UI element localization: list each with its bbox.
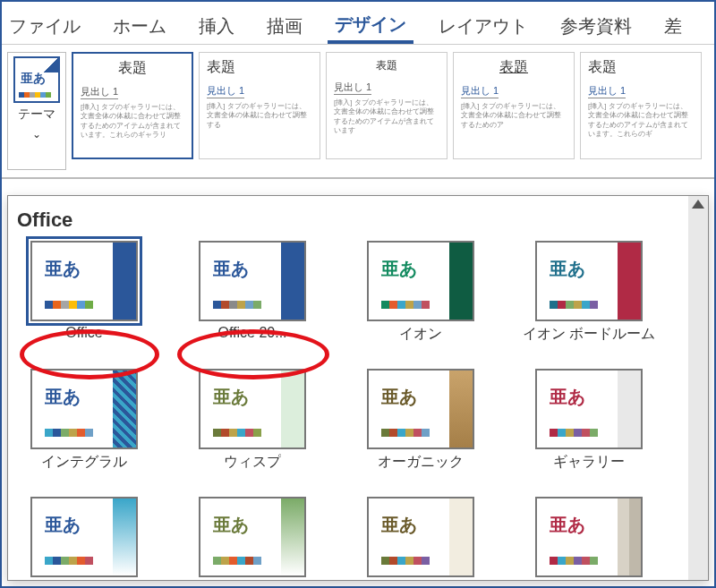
theme-palette [381,301,430,309]
theme-palette [213,429,261,437]
theme-sample-text: 亜あ [550,513,585,537]
tab-home[interactable]: ホーム [106,11,174,42]
doc-style-preview-5[interactable]: 表題 見出し 1 [挿入] タブのギャラリーには、文書全体の体裁に合わせて調整す… [580,52,702,159]
theme-palette [381,429,430,437]
theme-palette [550,429,598,437]
theme-sample-text: 亜あ [213,385,249,409]
theme-item-9[interactable]: 亜あ [185,497,320,580]
themes-label: テーマ [18,107,55,123]
theme-name-label: オーガニック [378,453,464,472]
theme-thumb: 亜あ [199,241,306,321]
dropdown-section-title: Office [17,209,679,232]
scroll-up-icon[interactable] [692,200,704,209]
tab-references[interactable]: 参考資料 [553,11,639,42]
theme-thumb: 亜あ [367,497,474,577]
theme-name-label: Office [65,325,103,341]
theme-sample-text: 亜あ [550,385,585,409]
theme-item-4[interactable]: 亜あインテグラル [17,369,151,472]
themes-dropdown: Office 亜あOffice亜あOffice 20...亜あイオン亜あイオン … [7,195,709,581]
tab-layout[interactable]: レイアウト [431,11,535,42]
theme-name-label: イオン ボードルーム [523,325,655,344]
doc-style-preview-1[interactable]: 表題 見出し 1 [挿入] タブのギャラリーには、文書全体の体裁に合わせて調整す… [72,52,193,159]
tab-file[interactable]: ファイル [2,11,88,42]
theme-item-11[interactable]: 亜あ [522,497,656,580]
theme-thumb: 亜あ [199,497,306,577]
theme-item-3[interactable]: 亜あイオン ボードルーム [522,241,656,344]
theme-item-2[interactable]: 亜あイオン [354,241,488,344]
theme-palette [550,557,598,565]
doc-style-preview-4[interactable]: 表題 見出し 1 [挿入] タブのギャラリーには、文書全体の体裁に合わせて調整す… [453,52,575,159]
theme-palette [213,557,261,565]
doc-style-preview-3[interactable]: 表題 見出し 1 [挿入] タブのギャラリーには、文書全体の体裁に合わせて調整す… [326,52,448,159]
doc-style-preview-2[interactable]: 表題 見出し 1 [挿入] タブのギャラリーには、文書全体の体裁に合わせて調整す… [199,52,320,159]
theme-sample-text: 亜あ [45,385,81,409]
theme-item-0[interactable]: 亜あOffice [17,241,151,344]
theme-item-5[interactable]: 亜あウィスプ [185,369,320,472]
tab-draw[interactable]: 描画 [260,11,310,42]
themes-icon: 亜あ [13,56,60,103]
ribbon-tabs: ファイル ホーム 挿入 描画 デザイン レイアウト 参考資料 差 [2,2,714,45]
theme-name-label: Office 20... [217,325,286,341]
theme-thumb: 亜あ [367,369,474,449]
theme-sample-text: 亜あ [381,385,417,409]
theme-name-label: インテグラル [41,453,127,472]
theme-item-6[interactable]: 亜あオーガニック [354,369,488,472]
tab-extra[interactable]: 差 [657,11,689,42]
theme-sample-text: 亜あ [381,513,417,537]
theme-grid: 亜あOffice亜あOffice 20...亜あイオン亜あイオン ボードルーム亜… [17,241,679,580]
theme-sample-text: 亜あ [45,513,81,537]
theme-palette [381,557,430,565]
theme-palette [550,301,598,309]
theme-sample-text: 亜あ [550,257,585,281]
theme-palette [213,301,261,309]
chevron-down-icon: ⌄ [32,128,41,141]
theme-thumb: 亜あ [367,241,474,321]
scrollbar[interactable] [688,196,708,580]
theme-sample-text: 亜あ [213,257,249,281]
theme-name-label: イオン [399,325,442,344]
theme-item-10[interactable]: 亜あ [354,497,488,580]
theme-name-label: ギャラリー [553,453,625,472]
theme-thumb: 亜あ [199,369,306,449]
theme-sample-text: 亜あ [45,257,81,281]
theme-name-label: ウィスプ [224,453,281,472]
theme-thumb: 亜あ [535,241,643,321]
theme-sample-text: 亜あ [213,513,249,537]
theme-thumb: 亜あ [30,241,138,321]
theme-palette [45,557,93,565]
tab-design[interactable]: デザイン [328,9,413,44]
theme-palette [45,429,93,437]
theme-item-7[interactable]: 亜あギャラリー [522,369,656,472]
theme-thumb: 亜あ [30,497,138,577]
design-ribbon: 亜あ テーマ ⌄ 表題 見出し 1 [挿入] タブのギャラリーには、文書全体の体… [2,45,714,179]
theme-thumb: 亜あ [535,497,643,577]
theme-palette [45,301,93,309]
theme-item-8[interactable]: 亜あ [17,497,151,580]
theme-thumb: 亜あ [535,369,643,449]
themes-button[interactable]: 亜あ テーマ ⌄ [7,52,66,170]
tab-insert[interactable]: 挿入 [192,11,242,42]
theme-thumb: 亜あ [30,369,138,449]
theme-item-1[interactable]: 亜あOffice 20... [185,241,320,344]
theme-sample-text: 亜あ [381,257,417,281]
